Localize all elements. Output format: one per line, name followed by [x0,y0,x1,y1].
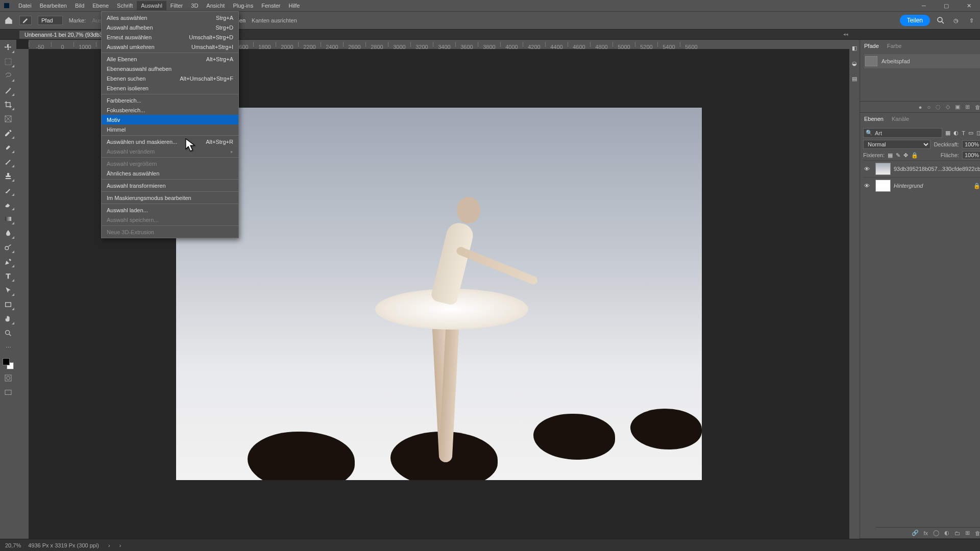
panel-collapse-icon[interactable]: ◂◂ [843,32,848,37]
filter-type-icon[interactable]: T [962,130,965,136]
fill-value[interactable]: 100% [962,151,980,159]
crop-tool[interactable] [2,99,14,110]
menu-item[interactable]: Ebenen isolieren [102,83,238,93]
layers-icon[interactable]: ▤ [849,73,860,84]
frame-tool[interactable] [2,113,14,124]
zoom-tool[interactable] [2,328,14,339]
adjustment-icon[interactable]: ◐ [944,530,949,536]
hand-tool[interactable] [2,313,14,324]
properties-icon[interactable]: ◧ [849,43,860,53]
menu-3d[interactable]: 3D [187,1,202,10]
menu-item[interactable]: Auswahl laden... [102,205,238,215]
menu-plugins[interactable]: Plug-ins [229,1,257,10]
path-item[interactable]: Arbeitspfad [864,54,980,68]
close-button[interactable]: ✕ [958,0,980,11]
type-tool[interactable] [2,270,14,282]
zoom-level[interactable]: 20,7% [5,542,21,548]
mask-path-icon[interactable]: ▣ [955,104,960,110]
stamp-tool[interactable] [2,170,14,182]
menu-datei[interactable]: Datei [14,1,36,10]
menu-bearbeiten[interactable]: Bearbeiten [36,1,71,10]
lasso-tool[interactable] [2,70,14,82]
layer-filter[interactable]: 🔍 Art [863,128,942,138]
blur-tool[interactable] [2,228,14,239]
quickmask-toggle[interactable] [2,372,14,384]
filter-shape-icon[interactable]: ▭ [968,130,973,136]
opacity-value[interactable]: 100% [962,140,980,148]
new-path-icon[interactable]: ⊞ [965,104,970,110]
history-brush-tool[interactable] [2,185,14,196]
menu-item[interactable]: Farbbereich... [102,95,238,105]
search-icon[interactable] [936,16,945,25]
info-chevron-icon[interactable]: › [108,542,110,548]
filter-adj-icon[interactable]: ◐ [953,130,959,136]
eraser-tool[interactable] [2,199,14,210]
delete-layer-icon[interactable]: 🗑 [975,530,980,536]
delete-path-icon[interactable]: 🗑 [975,104,980,110]
path-select-tool[interactable] [2,285,14,296]
doc-info[interactable]: 4936 Px x 3319 Px (300 ppi) [28,542,99,548]
edit-toolbar[interactable]: ⋯ [2,342,14,353]
menu-ebene[interactable]: Ebene [88,1,113,10]
link-icon[interactable]: 🔗 [912,530,919,536]
menu-item[interactable]: Im Maskierungsmodus bearbeiten [102,193,238,203]
rectangle-tool[interactable] [2,299,14,310]
menu-item[interactable]: Auswahl umkehrenUmschalt+Strg+I [102,42,238,52]
lock-pos-icon[interactable]: ✥ [903,152,908,159]
tab-paths[interactable]: Pfade [863,42,880,50]
tab-layers[interactable]: Ebenen [863,115,885,123]
home-icon[interactable] [4,16,13,25]
menu-item[interactable]: Himmel [102,124,238,134]
lock-trans-icon[interactable]: ▦ [888,152,893,159]
pen-tool[interactable] [2,256,14,267]
info-menu-icon[interactable]: › [119,542,121,548]
menu-hilfe[interactable]: Hilfe [284,1,304,10]
menu-item[interactable]: Auswahl transformieren [102,181,238,190]
sel-to-path-icon[interactable]: ◇ [946,104,950,110]
path-to-sel-icon[interactable]: ◌ [936,104,941,110]
menu-item[interactable]: Erneut auswählenUmschalt+Strg+D [102,32,238,42]
brush-tool[interactable] [2,156,14,167]
filter-pixel-icon[interactable]: ▦ [945,130,950,136]
history-icon[interactable]: ◷ [951,16,961,25]
menu-item[interactable]: Alle EbenenAlt+Strg+A [102,54,238,64]
tool-preset-picker[interactable] [19,16,32,25]
menu-item[interactable]: Auswählen und maskieren...Alt+Strg+R [102,137,238,146]
lock-paint-icon[interactable]: ✎ [896,152,900,159]
menu-bild[interactable]: Bild [71,1,88,10]
menu-item[interactable]: Ebenenauswahl aufheben [102,64,238,73]
mode-dropdown[interactable]: Pfad [38,16,63,25]
menu-item[interactable]: Alles auswählenStrg+A [102,13,238,22]
tab-channels[interactable]: Kanäle [891,115,910,123]
move-tool[interactable] [2,42,14,53]
menu-item[interactable]: Ähnliches auswählen [102,168,238,178]
fill-path-icon[interactable]: ● [919,104,922,110]
visibility-icon[interactable]: 👁 [864,166,872,172]
lock-all-icon[interactable]: 🔒 [911,152,918,159]
menu-schrift[interactable]: Schrift [113,1,137,10]
layer-row[interactable]: 👁 93db395218b057...330cfde8922cb [863,160,980,177]
color-swatches[interactable] [3,358,14,369]
eyedropper-tool[interactable] [2,128,14,139]
share-button[interactable]: Teilen [900,15,930,26]
marquee-tool[interactable] [2,56,14,67]
layer-row[interactable]: 👁 Hintergrund 🔒 [863,177,980,194]
screenmode-toggle[interactable] [2,387,14,398]
new-layer-icon[interactable]: ⊞ [965,530,970,536]
blend-mode-select[interactable]: Normal [863,140,930,149]
menu-item[interactable]: Fokusbereich... [102,105,238,115]
menu-item[interactable]: Ebenen suchenAlt+Umschalt+Strg+F [102,73,238,83]
visibility-icon[interactable]: 👁 [864,183,872,189]
menu-auswahl[interactable]: Auswahl [137,1,166,10]
group-icon[interactable]: 🗀 [954,530,960,536]
menu-item[interactable]: Motiv [102,115,238,124]
export-icon[interactable]: ⇧ [967,16,976,25]
magic-wand-tool[interactable] [2,85,14,96]
menu-ansicht[interactable]: Ansicht [202,1,229,10]
healing-tool[interactable] [2,142,14,153]
fx-icon[interactable]: fx [924,530,928,536]
minimize-button[interactable]: ─ [913,0,935,11]
menu-filter[interactable]: Filter [166,1,187,10]
menu-fenster[interactable]: Fenster [257,1,284,10]
tab-color[interactable]: Farbe [886,42,903,50]
